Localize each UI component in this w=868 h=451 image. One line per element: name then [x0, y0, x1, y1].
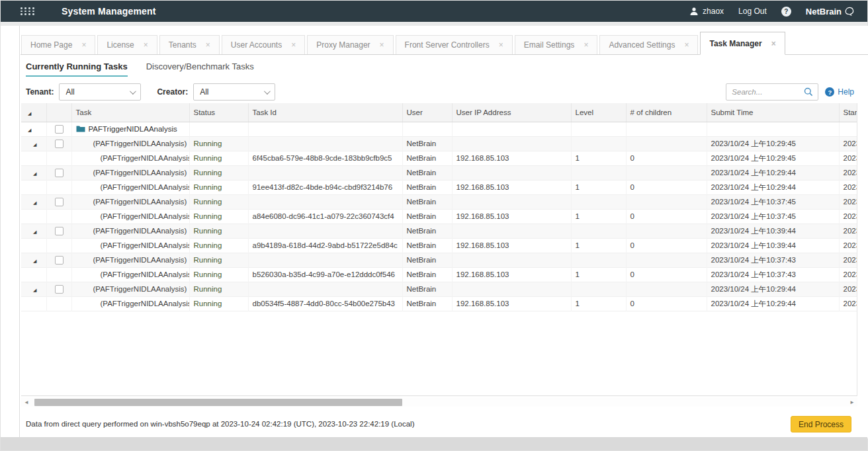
tasks-table: ◢ Task Status Task Id User User IP Addre…	[21, 103, 857, 311]
header-start-time[interactable]: Start Time	[839, 103, 857, 122]
scrollbar-track[interactable]	[32, 399, 847, 406]
tab-close-icon[interactable]: ×	[81, 41, 86, 49]
row-checkbox[interactable]	[55, 227, 64, 235]
task-submit-time: 2023/10/24 上午10:29:45	[707, 136, 839, 151]
tab-close-icon[interactable]: ×	[144, 41, 148, 49]
task-row[interactable]: ◢ (PAFTriggerNIDLAAnalysis) Running NetB…	[21, 224, 857, 238]
task-view-tab[interactable]: Currently Running Tasks	[26, 62, 128, 77]
task-row[interactable]: ◢ (PAFTriggerNIDLAAnalysis) Running NetB…	[21, 194, 857, 209]
window-tab[interactable]: Task Manager ×	[700, 32, 785, 55]
tab-label: Tenants	[169, 40, 196, 50]
help-icon[interactable]: ?	[781, 7, 791, 17]
search-input[interactable]	[732, 88, 803, 96]
end-process-button[interactable]: End Process	[791, 416, 851, 432]
task-view-tab[interactable]: Discovery/Benchmark Tasks	[146, 62, 254, 77]
expander-icon[interactable]: ◢	[28, 128, 31, 132]
tenant-select[interactable]: All	[59, 83, 141, 101]
task-name: (PAFTriggerNIDLAAnalysis)	[93, 169, 187, 177]
collapse-all-icon[interactable]: ◢	[28, 111, 31, 116]
tab-close-icon[interactable]: ×	[499, 41, 503, 49]
search-icon[interactable]	[803, 87, 814, 97]
task-user: NetBrain	[402, 282, 452, 296]
tab-close-icon[interactable]: ×	[380, 41, 384, 49]
window-tab[interactable]: Front Server Controllers ×	[396, 35, 513, 54]
app-launcher-icon[interactable]	[21, 7, 35, 15]
window-tab[interactable]: Tenants ×	[159, 35, 220, 54]
task-start-time: 2023/	[839, 165, 857, 180]
group-checkbox[interactable]	[55, 125, 64, 134]
task-level	[571, 136, 626, 151]
expander-icon[interactable]: ◢	[33, 259, 36, 263]
tab-label: Email Settings	[524, 40, 575, 50]
header-user-ip[interactable]: User IP Address	[452, 103, 571, 122]
scroll-right-arrow[interactable]: ►	[847, 399, 857, 405]
window-tab[interactable]: Advanced Settings ×	[599, 35, 698, 54]
expander-icon[interactable]: ◢	[33, 229, 36, 234]
window-tab[interactable]: Home Page ×	[21, 35, 95, 54]
tab-label: Proxy Manager	[316, 40, 370, 50]
task-user-ip: 192.168.85.103	[452, 267, 571, 282]
task-user: NetBrain	[402, 296, 452, 311]
task-row[interactable]: ◢ (PAFTriggerNIDLAAnalysis) Running 6f45…	[21, 151, 857, 165]
row-checkbox[interactable]	[55, 198, 64, 206]
task-children-count	[626, 224, 707, 238]
task-row[interactable]: ◢ (PAFTriggerNIDLAAnalysis) Running 91ee…	[21, 180, 857, 194]
brain-logo-icon	[844, 5, 855, 17]
window-tab[interactable]: User Accounts ×	[222, 35, 305, 54]
task-row[interactable]: ◢ (PAFTriggerNIDLAAnalysis) Running NetB…	[21, 165, 857, 180]
task-user: NetBrain	[402, 209, 452, 224]
window-tab[interactable]: Email Settings ×	[515, 35, 598, 54]
row-checkbox[interactable]	[55, 169, 64, 177]
tab-close-icon[interactable]: ×	[684, 41, 689, 49]
search-box	[726, 83, 818, 101]
tab-close-icon[interactable]: ×	[206, 41, 210, 49]
tab-close-icon[interactable]: ×	[291, 41, 296, 49]
task-row[interactable]: ◢ (PAFTriggerNIDLAAnalysis) Running NetB…	[21, 253, 857, 267]
expander-icon[interactable]: ◢	[33, 171, 36, 176]
header-user[interactable]: User	[402, 103, 452, 122]
row-checkbox[interactable]	[55, 140, 64, 148]
window-tab[interactable]: Proxy Manager ×	[307, 35, 393, 54]
task-group-row[interactable]: ◢ PAFTriggerNIDLAAnalysis	[21, 122, 857, 136]
task-children-count: 0	[626, 267, 707, 282]
task-name: (PAFTriggerNIDLAAnalysis)	[101, 300, 190, 308]
expander-icon[interactable]: ◢	[33, 142, 36, 147]
task-id	[248, 136, 402, 151]
row-checkbox[interactable]	[55, 285, 64, 294]
task-submit-time: 2023/10/24 上午10:37:43	[707, 267, 839, 282]
header-task[interactable]: Task	[71, 103, 189, 122]
horizontal-scrollbar: ◄ ►	[21, 397, 857, 407]
task-user: NetBrain	[402, 180, 452, 194]
header-level[interactable]: Level	[571, 103, 626, 122]
window-tab[interactable]: License ×	[97, 35, 157, 54]
task-row[interactable]: ◢ (PAFTriggerNIDLAAnalysis) Running NetB…	[21, 282, 857, 296]
scroll-left-arrow[interactable]: ◄	[21, 399, 32, 405]
task-row[interactable]: ◢ (PAFTriggerNIDLAAnalysis) Running db05…	[21, 296, 857, 311]
task-row[interactable]: ◢ (PAFTriggerNIDLAAnalysis) Running a9b4…	[21, 238, 857, 253]
chevron-down-icon	[130, 88, 136, 95]
expander-icon[interactable]: ◢	[33, 288, 36, 292]
task-row[interactable]: ◢ (PAFTriggerNIDLAAnalysis) Running NetB…	[21, 136, 857, 151]
task-user-ip	[452, 165, 571, 180]
header-children[interactable]: # of children	[626, 103, 707, 122]
creator-select[interactable]: All	[193, 83, 275, 101]
task-children-count	[626, 136, 707, 151]
header-submit-time[interactable]: Submit Time	[707, 103, 839, 122]
row-checkbox[interactable]	[55, 256, 64, 265]
tab-close-icon[interactable]: ×	[584, 41, 588, 49]
logout-button[interactable]: Log Out	[738, 7, 767, 16]
task-user: NetBrain	[402, 224, 452, 238]
user-menu[interactable]: zhaox	[689, 7, 724, 16]
expander-icon[interactable]: ◢	[33, 200, 36, 205]
header-task-id[interactable]: Task Id	[248, 103, 402, 122]
tab-close-icon[interactable]: ×	[771, 40, 776, 48]
help-link[interactable]: ? Help	[825, 87, 854, 97]
task-row[interactable]: ◢ (PAFTriggerNIDLAAnalysis) Running a84e…	[21, 209, 857, 224]
task-row[interactable]: ◢ (PAFTriggerNIDLAAnalysis) Running b526…	[21, 267, 857, 282]
scrollbar-thumb[interactable]	[34, 399, 402, 406]
task-submit-time: 2023/10/24 上午10:29:44	[707, 296, 839, 311]
header-status[interactable]: Status	[189, 103, 248, 122]
task-user: NetBrain	[402, 151, 452, 165]
task-submit-time: 2023/10/24 上午10:29:44	[707, 180, 839, 194]
task-status: Running	[189, 209, 248, 224]
